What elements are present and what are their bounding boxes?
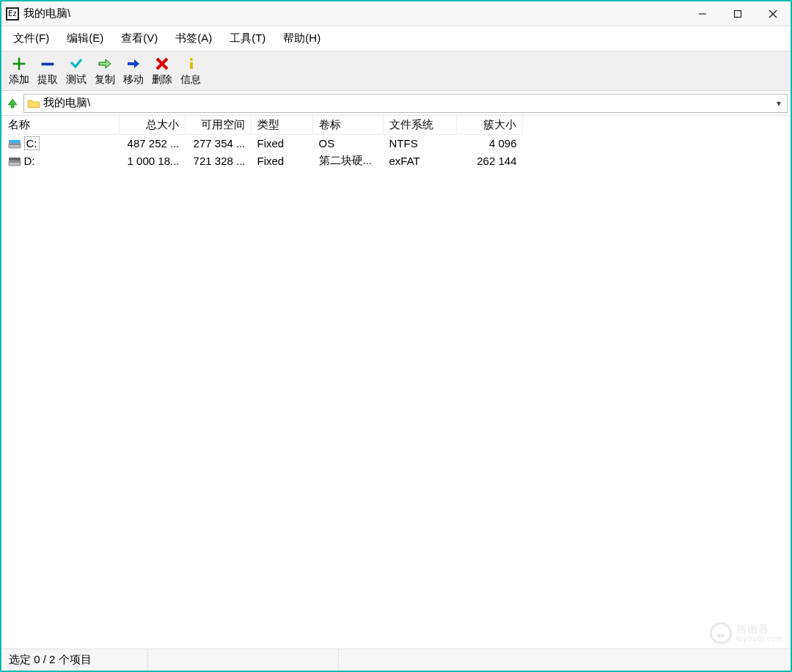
svg-rect-11 <box>10 161 20 163</box>
toolbar-test-button[interactable]: 测试 <box>62 55 90 86</box>
plus-icon <box>12 56 26 73</box>
path-text: 我的电脑\ <box>43 96 774 110</box>
column-headers: 名称 总大小 可用空间 类型 卷标 文件系统 簇大小 <box>2 116 523 135</box>
arrow-right-outline-icon <box>98 56 112 73</box>
cell-free_space: 721 328 ... <box>186 152 252 170</box>
svg-rect-12 <box>9 158 21 160</box>
cell-cluster: 262 144 <box>457 152 523 170</box>
minus-icon <box>40 56 55 73</box>
cell-label: OS <box>313 135 384 152</box>
toolbar-move-button[interactable]: 移动 <box>119 55 147 86</box>
svg-rect-6 <box>190 62 193 69</box>
statusbar: 选定 0 / 2 个项目 <box>1 649 791 671</box>
toolbar-info-label: 信息 <box>180 73 201 86</box>
close-button[interactable] <box>755 1 791 26</box>
svg-rect-8 <box>10 144 20 145</box>
cell-type: Fixed <box>252 135 313 152</box>
toolbar: 添加 提取 测试 复制 移动 删除 信息 <box>1 51 791 91</box>
cell-name: C: <box>2 135 120 152</box>
menu-tools[interactable]: 工具(T) <box>222 29 273 48</box>
table-row[interactable]: C:487 252 ...277 354 ...FixedOSNTFS4 096 <box>2 135 523 152</box>
cell-name: D: <box>2 152 120 170</box>
chevron-down-icon[interactable]: ▾ <box>774 98 784 108</box>
cell-type: Fixed <box>252 152 313 170</box>
menu-edit[interactable]: 编辑(E) <box>59 29 111 48</box>
disk-icon <box>8 157 21 167</box>
row-name-label: D: <box>24 155 35 167</box>
toolbar-extract-label: 提取 <box>37 73 58 86</box>
row-name-label: C: <box>24 136 40 150</box>
status-cell-3 <box>339 649 791 671</box>
toolbar-extract-button[interactable]: 提取 <box>33 55 62 86</box>
path-combobox[interactable]: 我的电脑\ ▾ <box>23 94 788 113</box>
toolbar-copy-label: 复制 <box>95 73 115 86</box>
menubar: 文件(F) 编辑(E) 查看(V) 书签(A) 工具(T) 帮助(H) <box>1 26 791 51</box>
menu-help[interactable]: 帮助(H) <box>276 29 328 48</box>
disk-icon <box>8 139 21 149</box>
col-free-space[interactable]: 可用空间 <box>186 116 252 135</box>
app-icon: Ez <box>6 7 19 21</box>
cell-label: 第二块硬... <box>313 152 384 170</box>
table-row[interactable]: D:1 000 18...721 328 ...Fixed第二块硬...exFA… <box>2 152 523 170</box>
window-controls <box>685 1 791 26</box>
svg-rect-9 <box>9 140 21 143</box>
minimize-button[interactable] <box>685 1 720 26</box>
col-type[interactable]: 类型 <box>252 116 313 135</box>
toolbar-copy-button[interactable]: 复制 <box>90 55 119 86</box>
col-name[interactable]: 名称 <box>2 116 120 135</box>
titlebar: Ez 我的电脑\ <box>1 1 791 26</box>
folder-icon <box>27 98 40 108</box>
col-total-size[interactable]: 总大小 <box>120 116 186 135</box>
arrow-right-icon <box>126 56 141 73</box>
toolbar-delete-button[interactable]: 删除 <box>147 55 176 86</box>
status-cell-2 <box>148 649 339 671</box>
col-cluster[interactable]: 簇大小 <box>457 116 523 135</box>
cell-free_space: 277 354 ... <box>186 135 252 152</box>
toolbar-info-button[interactable]: 信息 <box>176 55 205 86</box>
status-selection: 选定 0 / 2 个项目 <box>1 649 148 671</box>
cell-filesystem: exFAT <box>384 152 457 170</box>
svg-point-5 <box>190 58 193 61</box>
x-icon <box>155 56 169 73</box>
check-icon <box>69 56 84 73</box>
cell-total_size: 1 000 18... <box>120 152 186 170</box>
col-filesystem[interactable]: 文件系统 <box>384 116 457 135</box>
svg-rect-4 <box>42 63 54 65</box>
svg-rect-1 <box>735 10 741 17</box>
file-list[interactable]: 名称 总大小 可用空间 类型 卷标 文件系统 簇大小 C:487 252 ...… <box>1 116 791 649</box>
pathbar: 我的电脑\ ▾ <box>1 91 791 116</box>
toolbar-move-label: 移动 <box>123 73 144 86</box>
window-title: 我的电脑\ <box>23 7 685 21</box>
menu-file[interactable]: 文件(F) <box>6 29 56 48</box>
app-window: Ez 我的电脑\ 文件(F) 编辑(E) 查看(V) 书签(A) 工具(T) 帮… <box>0 0 792 672</box>
col-label[interactable]: 卷标 <box>313 116 384 135</box>
cell-filesystem: NTFS <box>384 135 457 152</box>
toolbar-test-label: 测试 <box>66 73 87 86</box>
cell-cluster: 4 096 <box>457 135 523 152</box>
menu-bookmark[interactable]: 书签(A) <box>168 29 219 48</box>
toolbar-delete-label: 删除 <box>152 73 172 86</box>
info-icon <box>183 56 198 73</box>
menu-view[interactable]: 查看(V) <box>114 29 165 48</box>
up-button[interactable] <box>4 95 21 111</box>
toolbar-add-label: 添加 <box>9 73 29 86</box>
toolbar-add-button[interactable]: 添加 <box>4 55 33 86</box>
cell-total_size: 487 252 ... <box>120 135 186 152</box>
maximize-button[interactable] <box>720 1 755 26</box>
